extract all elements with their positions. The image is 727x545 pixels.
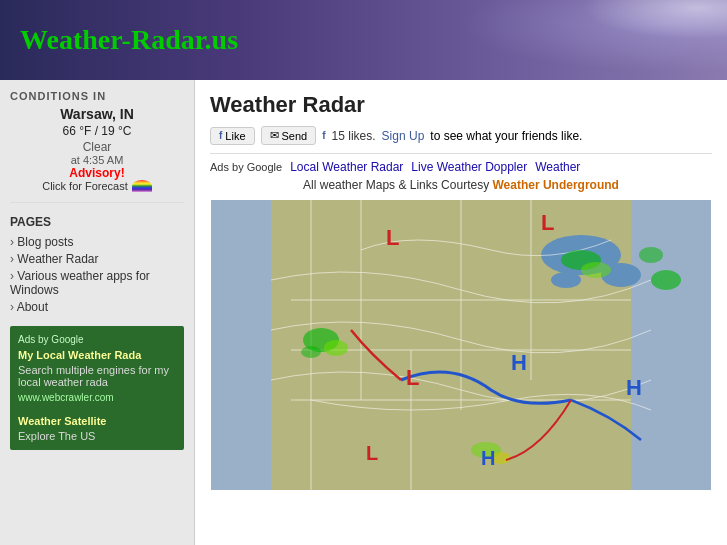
svg-text:L: L [386,225,399,250]
about-link[interactable]: About [17,300,48,314]
weather-underground-link[interactable]: Weather Underground [492,178,618,192]
live-weather-doppler-link[interactable]: Live Weather Doppler [411,160,527,174]
list-item[interactable]: Blog posts [10,235,184,249]
fb-signup-link[interactable]: Sign Up [382,129,425,143]
blog-posts-link[interactable]: Blog posts [17,235,73,249]
weather-radar-link[interactable]: Weather Radar [17,252,98,266]
conditions-city: Warsaw, IN [10,106,184,122]
svg-text:H: H [481,447,495,469]
fb-send-icon: ✉ [270,129,279,142]
list-item[interactable]: Various weather apps for Windows [10,269,184,297]
svg-text:L: L [406,365,419,390]
click-forecast[interactable]: Click for Forecast [10,180,184,192]
sidebar: CONDITIONS IN Warsaw, IN 66 °F / 19 °C C… [0,80,195,545]
list-item[interactable]: About [10,300,184,314]
main-layout: CONDITIONS IN Warsaw, IN 66 °F / 19 °C C… [0,80,727,545]
facebook-bar: f Like ✉ Send f 15 likes. Sign Up to see… [210,126,712,145]
fb-like-button[interactable]: f Like [210,127,255,145]
fb-icon: f [219,130,222,141]
ad2-title-link[interactable]: Weather Satellite [18,415,106,427]
ad1-body: Search multiple engines for my local wea… [18,364,176,388]
svg-text:H: H [626,375,642,400]
svg-point-17 [301,346,321,358]
ad1-url: www.webcrawler.com [18,392,176,403]
svg-point-19 [581,262,611,278]
advisory-text[interactable]: Advisory! [10,166,184,180]
svg-point-6 [551,272,581,288]
page-header: Weather-Radar.us [0,0,727,80]
svg-rect-2 [211,200,271,490]
pages-title: PAGES [10,215,184,229]
svg-text:H: H [511,350,527,375]
content-area: Weather Radar f Like ✉ Send f 15 likes. … [195,80,727,545]
fb-logo-icon: f [322,130,325,141]
pages-list: Blog posts Weather Radar Various weather… [10,235,184,314]
page-title: Weather Radar [210,92,712,118]
sidebar-ads-title: Ads by Google [18,334,176,345]
links-bar: Ads by Google Local Weather Radar Live W… [210,153,712,174]
weather-link[interactable]: Weather [535,160,580,174]
svg-text:L: L [541,210,554,235]
list-item[interactable]: Weather Radar [10,252,184,266]
svg-point-21 [651,270,681,290]
courtesy-text: All weather Maps & Links Courtesy [303,178,489,192]
fb-signup-text: to see what your friends like. [430,129,582,143]
fb-likes-count: 15 likes. [332,129,376,143]
svg-text:L: L [366,442,378,464]
pages-section: PAGES Blog posts Weather Radar Various w… [10,215,184,314]
radar-svg: H H H L L L L L [210,200,712,490]
fb-like-label: Like [225,130,245,142]
rainbow-icon [132,180,152,192]
svg-point-20 [639,247,663,263]
weather-apps-link[interactable]: Various weather apps for Windows [10,269,150,297]
conditions-time: at 4:35 AM [10,154,184,166]
ads-by-google-label: Ads by Google [210,161,282,173]
conditions-description: Clear [10,140,184,154]
conditions-title: CONDITIONS IN [10,90,184,102]
ad1-title-link[interactable]: My Local Weather Rada [18,349,141,361]
conditions-box: CONDITIONS IN Warsaw, IN 66 °F / 19 °C C… [10,90,184,192]
conditions-temp: 66 °F / 19 °C [10,124,184,138]
fb-send-button[interactable]: ✉ Send [261,126,317,145]
ad2-body: Explore The US [18,430,176,442]
fb-send-label: Send [282,130,308,142]
svg-rect-3 [631,200,711,490]
sidebar-ads: Ads by Google My Local Weather Rada Sear… [10,326,184,450]
site-title[interactable]: Weather-Radar.us [20,24,238,56]
divider [10,202,184,203]
local-weather-radar-link[interactable]: Local Weather Radar [290,160,403,174]
svg-point-16 [324,340,348,356]
radar-map[interactable]: H H H L L L L L [210,200,712,490]
click-forecast-label: Click for Forecast [42,180,128,192]
courtesy-bar: All weather Maps & Links Courtesy Weathe… [210,178,712,192]
